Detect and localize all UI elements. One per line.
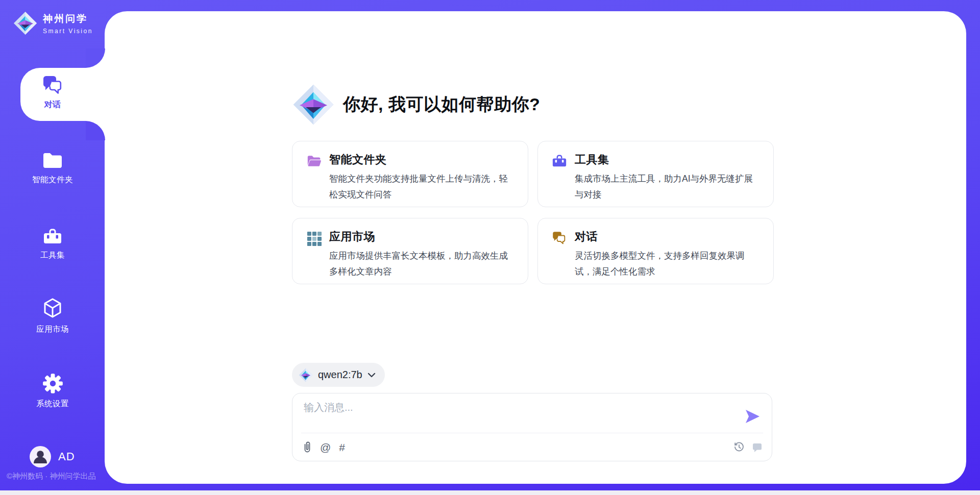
- model-name: qwen2:7b: [318, 369, 362, 381]
- brand-subtitle: Smart Vision: [43, 28, 93, 35]
- brand: 神州问学 Smart Vision: [13, 11, 93, 35]
- card-title: 对话: [575, 229, 761, 244]
- chat-bubbles-icon: [552, 229, 567, 284]
- sidebar-item-label: 应用市场: [36, 324, 69, 335]
- composer-divider: [301, 433, 763, 433]
- send-icon[interactable]: [744, 409, 761, 424]
- model-logo-diamond-icon: [299, 368, 313, 382]
- card-app-market[interactable]: 应用市场 应用市场提供丰富长文本模板，助力高效生成多样化文章内容: [292, 218, 528, 284]
- folder-icon: [42, 151, 63, 170]
- message-composer: @ #: [292, 393, 772, 461]
- card-toolset[interactable]: 工具集 集成市场上主流工具，助力AI与外界无缝扩展与对接: [537, 141, 774, 207]
- sidebar-item-label: 对话: [44, 100, 61, 110]
- composer-toolbar: @ #: [303, 438, 763, 456]
- comment-icon[interactable]: [752, 442, 763, 453]
- history-icon[interactable]: [733, 441, 745, 453]
- card-title: 应用市场: [329, 229, 516, 244]
- tab-fillet-top: [86, 48, 105, 68]
- chevron-down-icon: [368, 373, 376, 378]
- toolbox-icon: [42, 227, 63, 245]
- at-mention-icon[interactable]: @: [320, 442, 331, 453]
- copyright-footer: ©神州数码 · 神州问学出品: [7, 472, 95, 481]
- sidebar-item-label: 系统设置: [36, 399, 69, 409]
- open-folder-icon: [306, 152, 322, 207]
- greeting-title: 你好, 我可以如何帮助你?: [343, 93, 540, 116]
- greeting-header: 你好, 我可以如何帮助你?: [292, 83, 540, 126]
- sidebar-item-smart-folder[interactable]: 智能文件夹: [0, 151, 105, 185]
- toolbox-icon: [552, 152, 567, 207]
- sidebar-item-label: 智能文件夹: [32, 175, 73, 185]
- card-description: 灵活切换多模型文件，支持多样回复效果调试，满足个性化需求: [575, 248, 761, 280]
- chat-bubbles-icon: [42, 75, 63, 95]
- message-input[interactable]: [304, 401, 738, 430]
- tab-fillet-bottom: [86, 121, 105, 140]
- brand-name: 神州问学: [43, 12, 93, 26]
- hashtag-icon[interactable]: #: [339, 442, 345, 453]
- feature-cards: 智能文件夹 智能文件夹功能支持批量文件上传与清洗，轻松实现文件问答 工具集 集成…: [292, 141, 774, 284]
- sidebar-item-toolset[interactable]: 工具集: [0, 227, 105, 261]
- brand-logo-diamond-icon: [13, 11, 37, 35]
- grid-icon: [306, 229, 322, 284]
- sidebar-item-label: 工具集: [40, 250, 65, 261]
- card-title: 智能文件夹: [329, 152, 516, 167]
- sidebar-item-app-market[interactable]: 应用市场: [0, 297, 105, 335]
- card-smart-folder[interactable]: 智能文件夹 智能文件夹功能支持批量文件上传与清洗，轻松实现文件问答: [292, 141, 528, 207]
- sidebar-item-chat[interactable]: 对话: [0, 75, 105, 110]
- user-initials: AD: [58, 450, 75, 463]
- card-description: 集成市场上主流工具，助力AI与外界无缝扩展与对接: [575, 171, 761, 203]
- sidebar-item-settings[interactable]: 系统设置: [0, 373, 105, 409]
- card-chat[interactable]: 对话 灵活切换多模型文件，支持多样回复效果调试，满足个性化需求: [537, 218, 774, 284]
- avatar: [30, 446, 51, 467]
- card-description: 智能文件夹功能支持批量文件上传与清洗，轻松实现文件问答: [329, 171, 516, 203]
- cube-icon: [42, 297, 63, 319]
- user-account[interactable]: AD: [30, 446, 75, 467]
- app-window: 神州问学 Smart Vision 对话 智能文件夹: [0, 0, 980, 495]
- model-selector[interactable]: qwen2:7b: [292, 363, 385, 387]
- window-bottom-strip: [0, 490, 980, 495]
- gear-icon: [42, 373, 63, 394]
- card-title: 工具集: [575, 152, 761, 167]
- card-description: 应用市场提供丰富长文本模板，助力高效生成多样化文章内容: [329, 248, 516, 280]
- hero-logo-diamond-icon: [292, 83, 334, 126]
- paperclip-icon[interactable]: [303, 441, 312, 453]
